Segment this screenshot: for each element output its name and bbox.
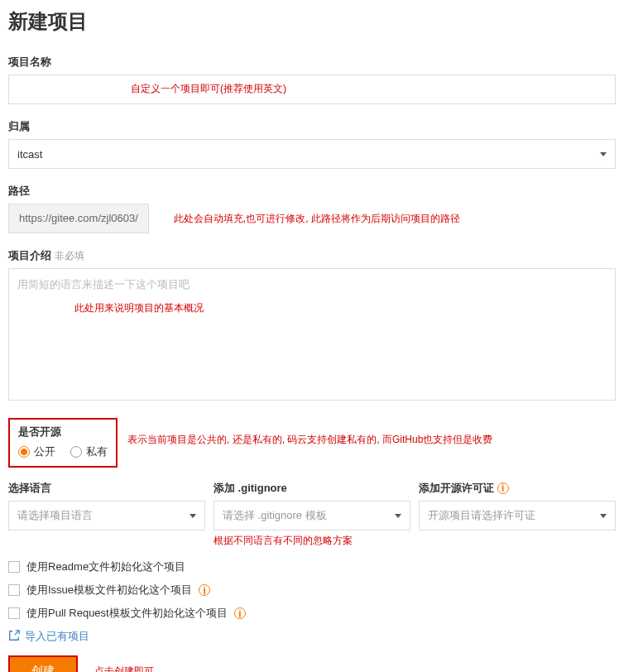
owner-select[interactable]: itcast (8, 139, 616, 169)
license-placeholder: 开源项目请选择许可证 (428, 508, 535, 523)
pr-checkbox-label: 使用Pull Request模板文件初始化这个项目 (26, 606, 228, 621)
info-icon: i (497, 482, 509, 494)
info-icon: i (199, 584, 210, 596)
chevron-down-icon (600, 514, 607, 518)
import-icon (8, 630, 20, 644)
name-label: 项目名称 (8, 55, 616, 70)
chevron-down-icon (395, 514, 401, 518)
desc-label: 项目介绍 非必填 (8, 248, 616, 263)
visibility-public-radio[interactable]: 公开 (18, 444, 55, 459)
info-icon: i (234, 607, 246, 619)
gitignore-select[interactable]: 请选择 .gitignore 模板 (214, 501, 410, 530)
visibility-public-label: 公开 (34, 444, 55, 459)
gitignore-annotation: 根据不同语言有不同的忽略方案 (214, 534, 410, 548)
create-button[interactable]: 创建 (8, 655, 78, 672)
page-title: 新建项目 (8, 8, 616, 35)
chevron-down-icon (190, 514, 196, 518)
import-link[interactable]: 导入已有项目 (8, 629, 616, 644)
radio-unchecked-icon (70, 446, 82, 458)
gitignore-placeholder: 请选择 .gitignore 模板 (223, 508, 327, 523)
path-label: 路径 (8, 184, 616, 199)
issue-checkbox-label: 使用Issue模板文件初始化这个项目 (26, 583, 192, 598)
checkbox-icon (8, 584, 20, 596)
lang-label: 选择语言 (8, 481, 205, 496)
visibility-private-radio[interactable]: 私有 (70, 444, 108, 459)
readme-checkbox-label: 使用Readme文件初始化这个项目 (26, 559, 185, 574)
owner-value: itcast (17, 148, 42, 161)
license-label-text: 添加开源许可证 (419, 482, 494, 494)
lang-placeholder: 请选择项目语言 (17, 508, 93, 523)
checkbox-icon (8, 607, 20, 619)
desc-optional: 非必填 (55, 250, 84, 262)
radio-checked-icon (18, 446, 30, 458)
chevron-down-icon (600, 152, 607, 156)
visibility-label: 是否开源 (18, 425, 108, 439)
path-prefix: https://gitee.com/zjl0603/ (8, 204, 149, 233)
name-annotation: 自定义一个项目即可(推荐使用英文) (131, 82, 286, 96)
desc-annotation: 此处用来说明项目的基本概况 (74, 301, 204, 315)
visibility-private-label: 私有 (86, 444, 108, 459)
visibility-annotation: 表示当前项目是公共的, 还是私有的, 码云支持创建私有的, 而GitHub也支持… (127, 433, 492, 447)
desc-label-text: 项目介绍 (8, 249, 51, 262)
path-annotation: 此处会自动填充,也可进行修改, 此路径将作为后期访问项目的路径 (174, 212, 460, 226)
desc-textarea[interactable] (8, 268, 616, 401)
issue-checkbox[interactable]: 使用Issue模板文件初始化这个项目 i (8, 583, 616, 598)
pr-checkbox[interactable]: 使用Pull Request模板文件初始化这个项目 i (8, 606, 616, 621)
import-label: 导入已有项目 (25, 629, 89, 644)
gitignore-label: 添加 .gitignore (214, 481, 410, 496)
project-name-input[interactable] (8, 74, 616, 104)
license-label: 添加开源许可证 i (419, 481, 616, 496)
checkbox-icon (8, 561, 20, 573)
lang-select[interactable]: 请选择项目语言 (8, 501, 205, 530)
create-annotation: 点击创建即可 (94, 665, 154, 673)
readme-checkbox[interactable]: 使用Readme文件初始化这个项目 (8, 559, 616, 574)
license-select[interactable]: 开源项目请选择许可证 (419, 501, 616, 530)
owner-label: 归属 (8, 119, 616, 134)
visibility-group: 是否开源 公开 私有 (8, 418, 118, 468)
